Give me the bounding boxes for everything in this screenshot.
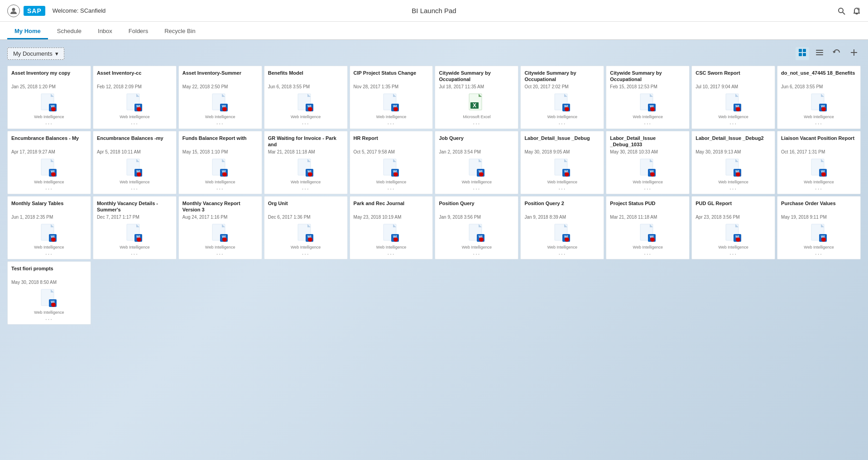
document-card[interactable]: Encumbrance Balances - My Apr 17, 2018 9… bbox=[7, 131, 91, 194]
document-card[interactable]: Asset Inventory my copy Jan 25, 2018 1:2… bbox=[7, 66, 91, 129]
card-menu-dots[interactable]: ··· bbox=[97, 250, 173, 257]
svg-text:WI: WI bbox=[564, 170, 568, 173]
card-menu-dots[interactable]: ··· bbox=[182, 120, 258, 127]
card-menu-dots[interactable]: ··· bbox=[268, 250, 344, 257]
tab-inbox[interactable]: Inbox bbox=[91, 24, 120, 39]
document-card[interactable]: Encumbrance Balances -my Apr 5, 2018 10:… bbox=[93, 131, 177, 194]
svg-text:WI: WI bbox=[51, 235, 55, 238]
document-card[interactable]: Position Query Jan 9, 2018 3:56 PM WI We… bbox=[435, 196, 518, 259]
card-title: Labor_Detail_Issue _Debug2 bbox=[695, 135, 771, 149]
document-card[interactable]: CSC Sworn Report Jul 10, 2017 9:04 AM WI… bbox=[691, 66, 775, 129]
card-menu-dots[interactable]: ··· bbox=[439, 120, 514, 127]
document-card[interactable]: GR Waiting for Invoice - Park and Mar 21… bbox=[264, 131, 348, 194]
document-card[interactable]: PUD GL Report Apr 23, 2018 3:56 PM WI We… bbox=[691, 196, 775, 259]
card-type: Web Intelligence bbox=[120, 245, 149, 249]
card-menu-dots[interactable]: ··· bbox=[524, 120, 600, 127]
document-card[interactable]: Position Query 2 Jan 9, 2018 8:39 AM WI … bbox=[520, 196, 604, 259]
card-menu-dots[interactable]: ··· bbox=[354, 185, 429, 192]
card-menu-dots[interactable]: ··· bbox=[97, 120, 173, 127]
svg-text:WI: WI bbox=[307, 170, 312, 173]
card-menu-dots[interactable]: ··· bbox=[781, 250, 857, 257]
card-menu-dots[interactable]: ··· bbox=[182, 250, 258, 257]
dropdown-label: My Documents bbox=[13, 50, 53, 57]
card-menu-dots[interactable]: ··· bbox=[524, 185, 600, 192]
tab-folders[interactable]: Folders bbox=[121, 24, 155, 39]
card-date: Nov 28, 2017 1:35 PM bbox=[354, 84, 429, 89]
document-card[interactable]: Monthly Vacancy Report Version 3 Aug 24,… bbox=[178, 196, 262, 259]
document-card[interactable]: Funds Balance Report with May 15, 2018 1… bbox=[178, 131, 262, 194]
document-card[interactable]: Purchase Order Values May 19, 2018 9:11 … bbox=[777, 196, 861, 259]
document-card[interactable]: Liaison Vacant Position Report Oct 16, 2… bbox=[777, 131, 861, 194]
card-menu-dots[interactable]: ··· bbox=[268, 185, 344, 192]
document-card[interactable]: do_not_use_47445 18_Benefits Jun 6, 2018… bbox=[777, 66, 861, 129]
document-card[interactable]: Job Query Jan 2, 2018 3:54 PM WI Web Int… bbox=[435, 131, 518, 194]
add-button[interactable] bbox=[847, 47, 861, 60]
card-menu-dots[interactable]: ··· bbox=[182, 185, 258, 192]
card-type: Web Intelligence bbox=[718, 245, 748, 249]
app-header: SAP Welcome: SCanfield BI Launch Pad bbox=[0, 0, 868, 22]
card-menu-dots[interactable]: ··· bbox=[11, 316, 87, 322]
card-menu-dots[interactable]: ··· bbox=[610, 185, 686, 192]
document-card[interactable]: HR Report Oct 5, 2017 9:58 AM WI Web Int… bbox=[350, 131, 433, 194]
card-menu-dots[interactable]: ··· bbox=[781, 185, 857, 192]
tab-recycle-bin[interactable]: Recycle Bin bbox=[157, 24, 203, 39]
svg-text:WI: WI bbox=[222, 105, 226, 108]
document-card[interactable]: Citywide Summary by Occupational Jul 18,… bbox=[435, 66, 518, 129]
card-menu-dots[interactable]: ··· bbox=[610, 250, 686, 257]
card-type: Microsoft Excel bbox=[463, 115, 490, 119]
document-card[interactable]: Labor_Detail_Issue _Debug_1033 May 30, 2… bbox=[606, 131, 690, 194]
document-card[interactable]: Park and Rec Journal May 23, 2018 10:19 … bbox=[350, 196, 433, 259]
card-menu-dots[interactable]: ··· bbox=[354, 250, 429, 257]
search-button[interactable] bbox=[837, 7, 845, 15]
document-card[interactable]: Citywide Summary by Occupational Feb 15,… bbox=[606, 66, 690, 129]
document-card[interactable]: Test fiori prompts May 30, 2018 8:50 AM … bbox=[7, 261, 91, 325]
card-icon-area: WI Web Intelligence bbox=[11, 288, 87, 315]
document-card[interactable]: Labor_Detail_Issue _Debug2 May 30, 2018 … bbox=[691, 131, 775, 194]
svg-point-0 bbox=[12, 8, 15, 11]
card-menu-dots[interactable]: ··· bbox=[354, 120, 429, 127]
card-type: Web Intelligence bbox=[376, 245, 406, 249]
document-card[interactable]: Benefits Model Jun 6, 2018 3:55 PM WI We… bbox=[264, 66, 348, 129]
card-menu-dots[interactable]: ··· bbox=[695, 250, 771, 257]
card-menu-dots[interactable]: ··· bbox=[695, 185, 771, 192]
card-icon-area: WI Web Intelligence bbox=[11, 92, 87, 119]
file-icon: WI bbox=[212, 224, 228, 244]
card-menu-dots[interactable]: ··· bbox=[11, 250, 87, 257]
grid-view-button[interactable] bbox=[796, 47, 809, 60]
document-card[interactable]: Project Status PUD Mar 21, 2018 11:18 AM… bbox=[606, 196, 690, 259]
card-menu-dots[interactable]: ··· bbox=[11, 120, 87, 127]
card-menu-dots[interactable]: ··· bbox=[439, 250, 514, 257]
document-card[interactable]: Monthly Vacancy Details - Summer's Dec 7… bbox=[93, 196, 177, 259]
svg-text:WI: WI bbox=[564, 235, 568, 238]
my-documents-dropdown[interactable]: My Documents ▾ bbox=[7, 48, 64, 60]
card-menu-dots[interactable]: ··· bbox=[268, 120, 344, 127]
svg-line-2 bbox=[843, 12, 845, 14]
svg-text:WI: WI bbox=[222, 170, 226, 173]
card-type: Web Intelligence bbox=[633, 245, 663, 249]
card-menu-dots[interactable]: ··· bbox=[97, 185, 173, 192]
user-avatar-icon[interactable] bbox=[7, 5, 20, 17]
tab-schedule[interactable]: Schedule bbox=[50, 24, 89, 39]
card-date: Jun 6, 2018 3:55 PM bbox=[781, 84, 857, 89]
svg-rect-4 bbox=[799, 49, 802, 52]
notifications-button[interactable] bbox=[853, 7, 861, 15]
tab-my-home[interactable]: My Home bbox=[7, 24, 48, 39]
card-menu-dots[interactable]: ··· bbox=[11, 185, 87, 192]
card-menu-dots[interactable]: ··· bbox=[439, 185, 514, 192]
card-menu-dots[interactable]: ··· bbox=[695, 120, 771, 127]
svg-text:WI: WI bbox=[479, 170, 483, 173]
card-menu-dots[interactable]: ··· bbox=[781, 120, 857, 127]
nav-bar: My Home Schedule Inbox Folders Recycle B… bbox=[0, 22, 868, 40]
card-title: Liaison Vacant Position Report bbox=[781, 135, 857, 149]
document-card[interactable]: Org Unit Dec 6, 2017 1:36 PM WI Web Inte… bbox=[264, 196, 348, 259]
refresh-button[interactable] bbox=[830, 47, 844, 60]
document-card[interactable]: CIP Project Status Change Nov 28, 2017 1… bbox=[350, 66, 433, 129]
document-card[interactable]: Monthly Salary Tables Jun 1, 2018 2:35 P… bbox=[7, 196, 91, 259]
card-menu-dots[interactable]: ··· bbox=[524, 250, 600, 257]
document-card[interactable]: Labor_Detail_Issue _Debug May 30, 2018 9… bbox=[520, 131, 604, 194]
document-card[interactable]: Asset Inventory-Summer May 22, 2018 2:50… bbox=[178, 66, 262, 129]
document-card[interactable]: Asset Inventory-cc Feb 12, 2018 2:09 PM … bbox=[93, 66, 177, 129]
card-menu-dots[interactable]: ··· bbox=[610, 120, 686, 127]
document-card[interactable]: Citywide Summary by Occupational Oct 20,… bbox=[520, 66, 604, 129]
list-view-button[interactable] bbox=[813, 47, 826, 60]
